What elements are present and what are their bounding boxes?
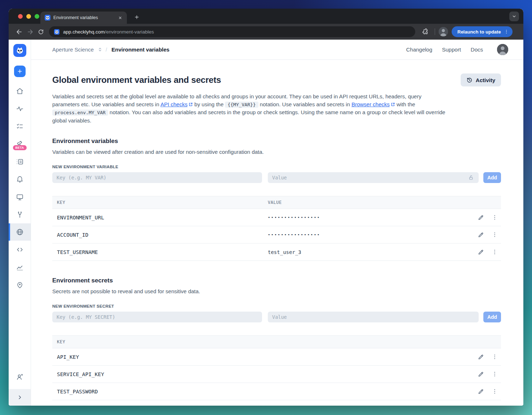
wrench-fork-icon (16, 211, 24, 219)
new-tab-button[interactable] (132, 12, 141, 22)
home-icon (16, 87, 24, 95)
extensions-puzzle-icon[interactable] (420, 26, 431, 37)
sidebar-item-monitoring[interactable] (9, 105, 31, 113)
edit-pencil-icon[interactable] (477, 231, 485, 239)
api-checks-link[interactable]: API checks (160, 101, 187, 107)
sidebar-item-environment-variables[interactable] (9, 228, 31, 236)
add-secret-button[interactable]: Add (483, 312, 501, 322)
edit-pencil-icon[interactable] (477, 388, 485, 396)
table-row: SERVICE_API_KEY (52, 366, 501, 383)
page-content: Global environment variables and secrets… (31, 60, 523, 406)
row-menu-kebab-icon[interactable] (491, 231, 498, 238)
invite-user-button[interactable] (9, 373, 31, 381)
edit-pencil-icon[interactable] (477, 214, 485, 222)
new-secret-label: NEW ENVIRONMENT SECRET (52, 304, 501, 308)
table-row: ENVIRONMENT_URL •••••••••••••••• (52, 209, 501, 226)
back-icon[interactable] (14, 26, 25, 37)
sidebar-item-runbooks[interactable] (9, 158, 31, 166)
nav-support[interactable]: Support (442, 46, 461, 53)
url-bar[interactable]: app.checklyhq.com/environment-variables (49, 26, 415, 37)
sidebar-item-home[interactable] (9, 87, 31, 95)
sidebar-item-snippets[interactable] (9, 246, 31, 254)
forward-icon[interactable] (25, 26, 35, 37)
tab-close-icon[interactable] (117, 14, 123, 21)
tab-title: Environment variables (53, 15, 114, 20)
checkly-logo[interactable] (9, 44, 31, 57)
chevron-right-icon (17, 394, 23, 400)
secret-value-input[interactable] (268, 312, 479, 322)
sidebar-item-analytics[interactable] (9, 263, 31, 271)
breadcrumb-divider: / (106, 46, 107, 53)
sidebar-item-maintenance[interactable] (9, 211, 31, 219)
edit-pencil-icon[interactable] (477, 370, 485, 378)
sidebar-item-dashboards[interactable] (9, 193, 31, 201)
sidebar-item-alerts[interactable] (9, 175, 31, 183)
tab-strip: Environment variables (9, 9, 523, 24)
edit-pencil-icon[interactable] (477, 248, 485, 256)
row-menu-kebab-icon[interactable] (491, 214, 498, 221)
globe-icon (16, 228, 24, 236)
table-row: TEST_PASSWORD (52, 383, 501, 400)
sequence-list-icon (16, 158, 24, 166)
minimize-window-button[interactable] (26, 14, 31, 19)
secrets-heading: Environment secrets (52, 277, 501, 284)
row-menu-kebab-icon[interactable] (491, 370, 498, 378)
env-var-key: TEST_USERNAME (52, 249, 268, 255)
pulse-icon (16, 105, 24, 113)
checkly-favicon (45, 15, 50, 21)
column-key: KEY (52, 200, 268, 205)
kebab-menu-icon (504, 29, 509, 34)
monitor-icon (16, 193, 24, 201)
tab-search-chevron-icon[interactable] (509, 12, 519, 21)
row-menu-kebab-icon[interactable] (491, 248, 498, 256)
person-plus-icon (16, 373, 24, 381)
activity-button[interactable]: Activity (461, 73, 501, 86)
external-link-icon (391, 102, 395, 107)
sidebar-item-checks[interactable] (9, 122, 31, 130)
toolbar-right: Relaunch to update (420, 26, 513, 37)
user-avatar[interactable] (497, 44, 508, 55)
secret-key: TEST_PASSWORD (52, 389, 268, 394)
nav-changelog[interactable]: Changelog (406, 46, 433, 53)
variable-value-input[interactable] (268, 172, 479, 183)
browser-profile-avatar[interactable] (439, 27, 448, 36)
secrets-table-header: KEY (52, 335, 501, 348)
add-variable-button[interactable]: Add (483, 172, 501, 183)
zoom-window-button[interactable] (35, 14, 39, 19)
env-var-key: ENVIRONMENT_URL (52, 215, 268, 220)
env-var-value-masked: •••••••••••••••• (268, 232, 477, 237)
sidebar-expand-button[interactable] (9, 389, 31, 406)
env-var-value: test_user_3 (268, 249, 477, 255)
page-title: Global environment variables and secrets (52, 75, 221, 85)
unlock-icon[interactable] (468, 175, 474, 180)
header-nav: Changelog Support Docs (406, 44, 508, 55)
beta-badge: BETA (13, 145, 26, 150)
browser-window: Environment variables app.checklyhq.com/… (9, 9, 523, 406)
new-variable-form: Add (52, 172, 501, 183)
sidebar-item-private-locations[interactable] (9, 281, 31, 289)
close-window-button[interactable] (18, 14, 23, 19)
new-secret-form: Add (52, 312, 501, 322)
table-row: API_KEY (52, 348, 501, 366)
breadcrumb-account[interactable]: Aperture Science (52, 46, 94, 53)
activity-label: Activity (476, 77, 495, 83)
browser-tab[interactable]: Environment variables (40, 12, 127, 24)
account-switcher-icon[interactable] (97, 47, 103, 52)
code-icon (16, 246, 24, 254)
reload-icon[interactable] (35, 26, 46, 37)
code-my-var: {{MY_VAR}} (225, 102, 258, 108)
code-process-env: process.env.MY_VAR (52, 110, 108, 116)
variable-key-input[interactable] (52, 172, 262, 183)
row-menu-kebab-icon[interactable] (491, 353, 498, 361)
row-menu-kebab-icon[interactable] (491, 388, 498, 395)
nav-docs[interactable]: Docs (471, 46, 483, 53)
create-new-button[interactable] (14, 66, 26, 77)
browser-checks-link[interactable]: Browser checks (351, 101, 390, 107)
edit-pencil-icon[interactable] (477, 353, 485, 361)
app-main: Aperture Science / Environment variables… (31, 40, 523, 406)
variables-heading: Environment variables (52, 138, 501, 145)
relaunch-to-update-button[interactable]: Relaunch to update (452, 26, 513, 37)
table-row: ACCOUNT_ID •••••••••••••••• (52, 226, 501, 244)
secret-key-input[interactable] (52, 312, 262, 322)
app-header: Aperture Science / Environment variables… (31, 40, 523, 60)
